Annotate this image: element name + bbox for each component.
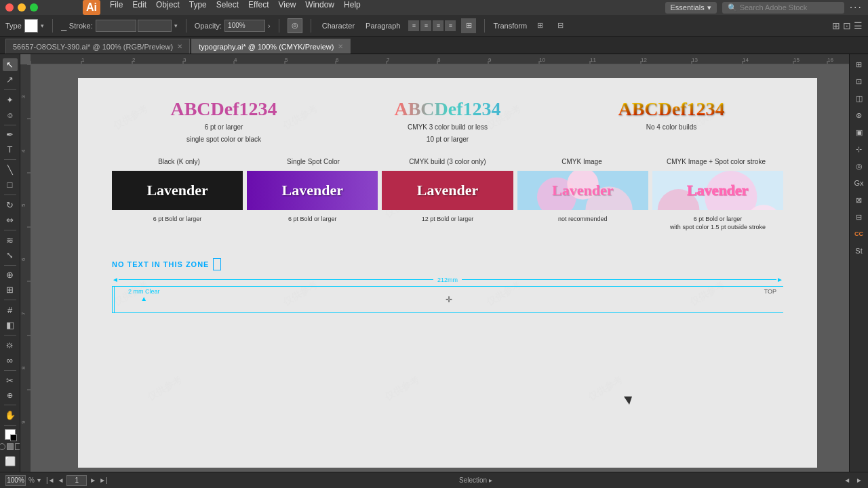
last-page-btn[interactable]: ►|	[99, 476, 108, 484]
panel-dock-icon[interactable]: ⊡	[843, 20, 851, 31]
align-panel-btn[interactable]: ⊠	[852, 192, 867, 207]
titlebar: Ai File Edit Object Type Select Effect V…	[0, 0, 868, 15]
mode-dropdown-icon[interactable]: ▸	[489, 476, 492, 484]
menu-edit[interactable]: Edit	[132, 0, 146, 14]
close-button[interactable]	[5, 3, 14, 12]
transform-icon-2[interactable]: ⊟	[553, 18, 568, 33]
assets-panel-btn[interactable]: ⊛	[852, 108, 867, 123]
libraries-panel-btn[interactable]: ⊡	[852, 74, 867, 89]
rotate-tool-btn[interactable]: ↻	[3, 199, 18, 211]
tab-1[interactable]: 56657-O8OSLY-390.ai* @ 100% (RGB/Preview…	[5, 39, 190, 54]
canvas-container[interactable]: 1 2 3 4 5 6 7 8 9 10 11	[20, 54, 849, 472]
stroke-input-group[interactable]	[96, 20, 172, 32]
svg-text:14: 14	[743, 57, 749, 63]
pen-tool-btn[interactable]: ✒	[3, 128, 18, 141]
hand-tool-btn[interactable]: ✋	[3, 409, 18, 422]
toolbar-divider-2	[186, 19, 186, 33]
tab-2-label: typography.ai* @ 100% (CMYK/Preview)	[199, 43, 334, 51]
transform-icon-1[interactable]: ⊞	[532, 18, 547, 33]
fullscreen-button[interactable]	[30, 3, 38, 12]
cc-libraries-btn[interactable]: CC	[852, 226, 867, 241]
color-label-5: CMYK Image + Spot color stroke	[649, 158, 783, 165]
no-text-label: NO TEXT IN THIS ZONE	[112, 260, 209, 268]
reflect-tool-btn[interactable]: ⇔	[3, 214, 18, 226]
artboard-tool-btn[interactable]: ⬜	[3, 455, 18, 468]
fill-swatch[interactable]	[5, 429, 16, 440]
opacity-expand-icon[interactable]: ›	[268, 22, 271, 30]
selection-tool-btn[interactable]: ↖	[3, 58, 18, 71]
menu-help[interactable]: Help	[344, 0, 361, 14]
free-transform-btn[interactable]: ⤡	[3, 249, 18, 262]
opacity-input[interactable]: 100%	[224, 20, 265, 32]
first-page-btn[interactable]: |◄	[46, 476, 55, 484]
blend-tool-btn[interactable]: ∞	[3, 354, 18, 367]
panel-menu-icon[interactable]: ☰	[854, 20, 863, 31]
fill-dropdown-icon[interactable]: ▾	[41, 22, 44, 29]
search-stock-input[interactable]: 🔍 Search Adobe Stock	[722, 2, 844, 14]
svg-text:2: 2	[132, 57, 136, 63]
character-button[interactable]: Character	[319, 20, 357, 31]
svg-text:6: 6	[20, 258, 26, 261]
pathfinder-btn[interactable]: ⊟	[852, 209, 867, 224]
essentials-button[interactable]: Essentials ▾	[665, 2, 717, 14]
menu-view[interactable]: View	[279, 0, 296, 14]
stock-panel-btn[interactable]: St	[852, 243, 867, 258]
more-options-icon[interactable]: ···	[850, 1, 863, 14]
scissors-tool-btn[interactable]: ✂	[3, 374, 18, 387]
transform-button[interactable]: Transform	[493, 22, 527, 30]
zoom-tool-btn[interactable]: ⊕	[3, 389, 18, 402]
next-page-btn[interactable]: ►	[90, 476, 96, 484]
transform-panel-btn[interactable]: ⊹	[852, 142, 867, 157]
menu-file[interactable]: File	[110, 0, 123, 14]
magic-wand-tool-btn[interactable]: ✦	[3, 94, 18, 106]
tab-2[interactable]: typography.ai* @ 100% (CMYK/Preview) ✕	[191, 39, 351, 54]
menu-effect[interactable]: Effect	[248, 0, 269, 14]
appearance-btn[interactable]: ◎	[288, 18, 302, 33]
zoom-dropdown-btn[interactable]: ▾	[37, 476, 41, 484]
mesh-tool-btn[interactable]: #	[3, 304, 18, 317]
tab-1-close[interactable]: ✕	[177, 43, 182, 50]
symbol-tool-btn[interactable]: ⊕	[3, 268, 18, 281]
type-tool-btn[interactable]: T	[3, 143, 18, 156]
prev-artboard-btn[interactable]: ◄	[844, 476, 850, 484]
gradient-mode-btn[interactable]	[7, 443, 14, 450]
properties-panel-btn[interactable]: ⊞	[852, 57, 867, 72]
menu-type[interactable]: Type	[189, 0, 207, 14]
canvas-area[interactable]: 仅供参考 仅供参考 仅供参考 仅供参考 仅供参考 仅供参考 仅供参考 仅供参考 …	[31, 64, 849, 472]
zoom-input[interactable]	[5, 475, 26, 486]
align-left-icon[interactable]: ≡	[408, 20, 419, 31]
warp-tool-btn[interactable]: ≋	[3, 234, 18, 247]
tab-2-close[interactable]: ✕	[338, 43, 343, 50]
page-input[interactable]	[66, 475, 87, 486]
menu-select[interactable]: Select	[216, 0, 239, 14]
graph-tool-btn[interactable]: ⊞	[3, 283, 18, 296]
gradient-tool-btn[interactable]: ◧	[3, 319, 18, 331]
line-tool-btn[interactable]: ╲	[3, 163, 18, 176]
eyedropper-tool-btn[interactable]: ⛭	[3, 339, 18, 352]
color-label-2: Single Spot Color	[246, 158, 380, 165]
menu-window[interactable]: Window	[305, 0, 334, 14]
layers-panel-btn[interactable]: ◫	[852, 91, 867, 106]
artboards-panel-btn[interactable]: ▣	[852, 125, 867, 140]
align-center-icon[interactable]: ≡	[420, 20, 431, 31]
paragraph-button[interactable]: Paragraph	[363, 20, 403, 31]
minimize-button[interactable]	[18, 3, 26, 12]
lasso-tool-btn[interactable]: ⌾	[3, 108, 18, 121]
direct-selection-tool-btn[interactable]: ↗	[3, 73, 18, 86]
menu-object[interactable]: Object	[156, 0, 180, 14]
graphic-styles-btn[interactable]: Gx	[852, 176, 867, 190]
align-right-icon[interactable]: ≡	[433, 20, 443, 31]
next-artboard-btn[interactable]: ►	[856, 476, 863, 484]
tool-separator-2	[4, 125, 16, 125]
fill-color-box[interactable]	[24, 19, 38, 33]
no-fill-btn[interactable]	[15, 443, 21, 450]
align-justify-icon[interactable]: ≡	[445, 20, 456, 31]
rectangle-tool-btn[interactable]: □	[3, 178, 18, 191]
stroke-dropdown-icon[interactable]: ▾	[174, 22, 178, 29]
artboard[interactable]: 仅供参考 仅供参考 仅供参考 仅供参考 仅供参考 仅供参考 仅供参考 仅供参考 …	[78, 78, 817, 468]
text-orientation-btn[interactable]: ⊞	[461, 18, 476, 33]
appearance-panel-btn[interactable]: ◎	[852, 159, 867, 174]
panel-toggle-icon[interactable]: ⊞	[832, 20, 840, 31]
prev-page-btn[interactable]: ◄	[57, 476, 64, 484]
color-mode-btn[interactable]	[0, 443, 5, 450]
